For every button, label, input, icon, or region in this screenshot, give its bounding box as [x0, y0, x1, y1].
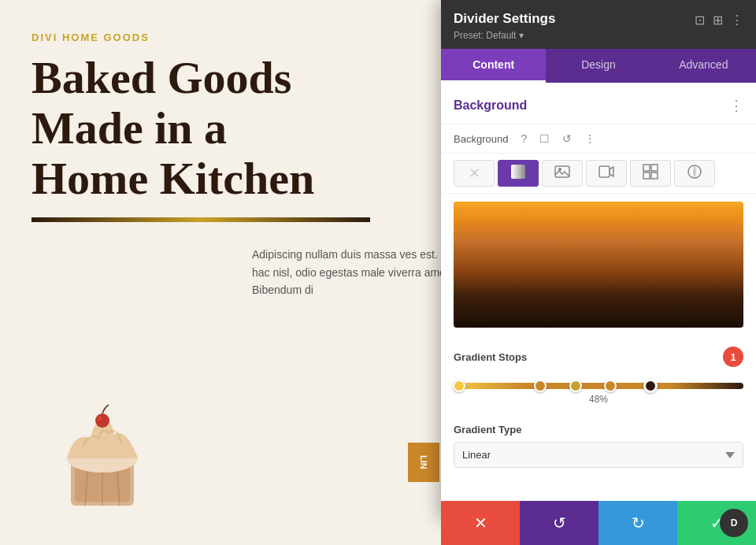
svg-rect-11: [599, 166, 610, 177]
bg-type-video[interactable]: [586, 160, 627, 187]
background-section-title: Background: [454, 98, 527, 113]
bg-type-gradient[interactable]: [498, 160, 539, 187]
bg-reset-icon[interactable]: ↺: [559, 131, 575, 146]
gradient-stop-2[interactable]: [534, 380, 547, 392]
bg-more-icon[interactable]: ⋮: [581, 131, 598, 146]
svg-point-6: [95, 413, 109, 428]
background-section-header: Background ⋮: [441, 83, 756, 124]
svg-rect-15: [651, 172, 658, 179]
panel-preset[interactable]: Preset: Default ▾: [454, 30, 555, 41]
gradient-stop-3[interactable]: [569, 380, 582, 392]
section-menu-icon[interactable]: ⋮: [729, 97, 743, 114]
divi-circle-button[interactable]: D: [720, 509, 748, 537]
bg-type-transparent[interactable]: ✕: [454, 160, 495, 187]
fullscreen-icon[interactable]: ⊡: [695, 13, 705, 28]
cancel-icon: ✕: [474, 513, 487, 532]
gradient-stop-5[interactable]: [643, 379, 658, 393]
title-line3: Home Kitchen: [32, 153, 314, 204]
tab-content[interactable]: Content: [441, 49, 546, 83]
preset-arrow: ▾: [519, 30, 524, 41]
bg-type-mask[interactable]: [674, 160, 715, 187]
gradient-type-select[interactable]: Linear Radial Conic: [454, 442, 743, 468]
gradient-stops-header: Gradient Stops 1: [454, 347, 743, 367]
bg-controls-label: Background: [454, 133, 508, 145]
gradient-slider-track[interactable]: [454, 383, 743, 389]
svg-rect-9: [555, 166, 569, 177]
bg-type-row: ✕: [441, 154, 756, 194]
cupcake-svg: [47, 380, 158, 521]
lin-badge: LIN: [408, 443, 439, 482]
cancel-button[interactable]: ✕: [441, 501, 520, 545]
panel-tabs: Content Design Advanced: [441, 49, 756, 83]
gradient-slider-container: 48%: [454, 383, 743, 405]
split-icon[interactable]: ⊞: [713, 13, 723, 28]
gradient-type-section: Gradient Type Linear Radial Conic: [441, 416, 756, 479]
panel-title-group: Divider Settings Preset: Default ▾: [454, 11, 555, 41]
gradient-position-label: 48%: [454, 394, 743, 405]
mask-icon: [687, 164, 702, 183]
title-line1: Baked Goods: [32, 52, 291, 103]
bg-type-pattern[interactable]: [630, 160, 671, 187]
gradient-preview[interactable]: [454, 202, 743, 328]
action-bar: ✕ ↺ ↻ ✓: [441, 501, 756, 545]
panel-header-icons: ⊡ ⊞ ⋮: [695, 13, 743, 28]
preset-label: Preset: Default: [454, 30, 516, 41]
cupcake-illustration: [47, 380, 158, 521]
gradient-stop-4[interactable]: [604, 380, 617, 392]
redo-button[interactable]: ↻: [598, 501, 677, 545]
bg-type-image[interactable]: [542, 160, 583, 187]
gradient-icon: [510, 164, 526, 183]
gradient-stops-label: Gradient Stops: [454, 351, 527, 363]
gradient-type-label: Gradient Type: [454, 424, 743, 436]
undo-button[interactable]: ↺: [520, 501, 598, 545]
gradient-stop-1[interactable]: [453, 380, 465, 392]
video-icon: [598, 164, 614, 183]
svg-rect-13: [651, 165, 658, 171]
tab-advanced[interactable]: Advanced: [651, 49, 756, 83]
more-icon[interactable]: ⋮: [731, 13, 743, 28]
image-icon: [554, 164, 570, 183]
svg-rect-14: [643, 172, 650, 179]
preview-body-text: Adipiscing nullam duis massa ves est. Eu…: [252, 246, 472, 298]
undo-icon: ↺: [553, 513, 566, 532]
bg-help-icon[interactable]: ?: [517, 131, 530, 146]
pattern-icon: [643, 164, 658, 183]
panel-body: Background ⋮ Background ? ☐ ↺ ⋮ ✕: [441, 83, 756, 520]
gradient-stops-section: Gradient Stops 1 48%: [441, 336, 756, 416]
bg-desktop-icon[interactable]: ☐: [536, 131, 553, 146]
gradient-stop-badge[interactable]: 1: [723, 347, 743, 367]
tab-design[interactable]: Design: [546, 49, 650, 83]
panel-header: Divider Settings Preset: Default ▾ ⊡ ⊞ ⋮: [441, 0, 756, 49]
redo-icon: ↻: [632, 513, 645, 532]
bg-controls-row: Background ? ☐ ↺ ⋮: [441, 124, 756, 154]
svg-rect-8: [511, 165, 525, 179]
transparent-icon: ✕: [469, 165, 480, 182]
panel-title: Divider Settings: [454, 11, 555, 27]
svg-rect-12: [643, 165, 650, 171]
settings-panel: Divider Settings Preset: Default ▾ ⊡ ⊞ ⋮…: [441, 0, 756, 520]
divider-line: [32, 217, 370, 222]
svg-point-7: [98, 416, 102, 421]
title-line2: Made in a: [32, 102, 227, 154]
